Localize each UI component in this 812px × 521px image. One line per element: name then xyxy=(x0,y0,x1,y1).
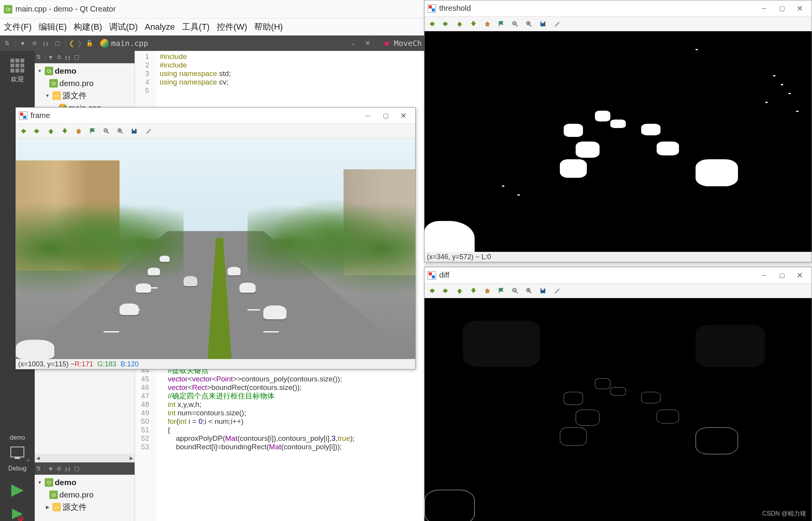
menu-file[interactable]: 文件(F) xyxy=(4,21,32,33)
expand-icon[interactable]: ▢ xyxy=(74,54,79,61)
split-icon[interactable]: ⫿⫿ xyxy=(65,465,71,472)
diff-titlebar[interactable]: diff ─ ▢ ✕ xyxy=(425,267,812,283)
flag-icon[interactable] xyxy=(88,127,97,135)
wand-icon[interactable] xyxy=(553,20,561,28)
maximize-button[interactable]: ▢ xyxy=(773,270,791,281)
menu-analyze[interactable]: Analyze xyxy=(145,22,175,32)
qtcreator-titlebar: Qt main.cpp - demo - Qt Creator xyxy=(0,0,424,19)
open-docs-toolbar: ⇅ ▼ ⊘ ⫿⫿ ▢ xyxy=(35,462,135,475)
minimize-button[interactable]: ─ xyxy=(755,270,773,281)
menu-help[interactable]: 帮助(H) xyxy=(254,21,283,33)
home-icon[interactable] xyxy=(483,287,492,295)
arrow-left-icon[interactable] xyxy=(19,127,27,135)
welcome-mode-icon[interactable] xyxy=(10,59,24,73)
pro-file-2[interactable]: Qt demo.pro xyxy=(35,489,135,501)
debug-run-button[interactable]: ▶ 🐞 xyxy=(12,505,23,521)
save-icon[interactable] xyxy=(539,287,547,295)
sources-folder[interactable]: ▼ c+ 源文件 xyxy=(35,89,135,102)
sort-icon[interactable]: ⇅ xyxy=(36,465,41,472)
minimize-button[interactable]: ─ xyxy=(755,3,773,14)
symbol-name[interactable]: MoveCh xyxy=(394,39,422,48)
menu-edit[interactable]: 编辑(E) xyxy=(39,21,67,33)
menubar[interactable]: 文件(F) 编辑(E) 构建(B) 调试(D) Analyze 工具(T) 控件… xyxy=(0,19,424,35)
arrow-right-icon[interactable] xyxy=(441,287,450,295)
zoom-in-icon[interactable] xyxy=(525,287,533,295)
svg-line-4 xyxy=(530,24,532,26)
filter-icon[interactable]: ▼ xyxy=(48,54,54,61)
close-button[interactable]: ✕ xyxy=(394,110,412,121)
open-file-tab[interactable]: main.cpp xyxy=(111,39,148,48)
split-icon[interactable]: ⫿⫿ xyxy=(41,39,51,48)
qt-project-icon: Qt xyxy=(45,478,53,487)
expand-icon[interactable]: ▢ xyxy=(53,39,62,48)
arrow-down-icon[interactable] xyxy=(469,287,478,295)
pro-file[interactable]: Qt demo.pro xyxy=(35,77,135,89)
sources-folder-2[interactable]: ▶ c+ 源文件 xyxy=(35,501,135,513)
arrow-left-icon[interactable] xyxy=(428,20,436,28)
lock-icon[interactable]: 🔓 xyxy=(85,39,94,48)
menu-widgets[interactable]: 控件(W) xyxy=(217,21,247,33)
tree-scrollbar[interactable]: ◀▶ xyxy=(35,454,135,462)
qtcreator-app-icon: Qt xyxy=(4,5,12,13)
threshold-status: (x=346, y=572) ~ L:0 xyxy=(425,252,812,262)
kit-name[interactable]: demo xyxy=(10,434,25,441)
home-icon[interactable] xyxy=(74,127,83,135)
maximize-button[interactable]: ▢ xyxy=(773,3,791,14)
close-button[interactable]: ✕ xyxy=(791,270,809,281)
filter-icon[interactable]: ▼ xyxy=(48,465,54,472)
diff-image: CSDN @精力猪 xyxy=(425,298,812,521)
flag-icon[interactable] xyxy=(497,287,505,295)
project-root[interactable]: ▼ Qt demo xyxy=(35,65,135,77)
close-tab-icon[interactable]: ✕ xyxy=(365,39,371,47)
home-icon[interactable] xyxy=(483,20,492,28)
sort-icon[interactable]: ⇅ xyxy=(2,39,12,48)
nav-forward-icon[interactable]: ❯ xyxy=(77,39,83,47)
link-icon[interactable]: ⊘ xyxy=(30,39,39,48)
frame-titlebar[interactable]: frame ─ ▢ ✕ xyxy=(16,108,415,124)
arrow-up-icon[interactable] xyxy=(455,287,464,295)
zoom-out-icon[interactable] xyxy=(102,127,111,135)
pro-file-icon: Qt xyxy=(49,491,58,499)
arrow-right-icon[interactable] xyxy=(441,20,450,28)
save-icon[interactable] xyxy=(130,127,138,135)
menu-debug[interactable]: 调试(D) xyxy=(109,21,138,33)
menu-build[interactable]: 构建(B) xyxy=(74,21,102,33)
zoom-out-icon[interactable] xyxy=(511,287,519,295)
close-button[interactable]: ✕ xyxy=(791,3,809,14)
link-icon[interactable]: ⊘ xyxy=(57,465,62,472)
marker-icon: ◆ xyxy=(384,39,389,47)
filter-icon[interactable]: ▼ xyxy=(18,39,27,48)
flag-icon[interactable] xyxy=(497,20,505,28)
nav-back-icon[interactable]: ❮ xyxy=(69,39,74,47)
build-config[interactable]: Debug xyxy=(8,465,26,472)
cv-toolbar xyxy=(16,124,415,138)
maximize-button[interactable]: ▢ xyxy=(377,110,394,121)
minimize-button[interactable]: ─ xyxy=(359,110,377,121)
zoom-out-icon[interactable] xyxy=(511,20,519,28)
threshold-titlebar[interactable]: threshold ─ ▢ ✕ xyxy=(425,0,812,17)
expand-icon[interactable]: ▢ xyxy=(74,465,79,472)
arrow-up-icon[interactable] xyxy=(455,20,464,28)
menu-tools[interactable]: 工具(T) xyxy=(182,21,210,33)
target-selector-icon[interactable] xyxy=(10,447,24,457)
arrow-right-icon[interactable] xyxy=(33,127,41,135)
zoom-in-icon[interactable] xyxy=(525,20,533,28)
sort-icon[interactable]: ⇅ xyxy=(36,54,41,61)
project-root-2[interactable]: ▼ Qt demo xyxy=(35,476,135,489)
arrow-up-icon[interactable] xyxy=(47,127,55,135)
arrow-left-icon[interactable] xyxy=(428,287,436,295)
editor-toolbar: ⇅ ▼ ⊘ ⫿⫿ ▢ ❮ ❯ 🔓 main.cpp ⌄ ✕ ◆ MoveCh xyxy=(0,35,424,51)
qt-project-icon: Qt xyxy=(45,67,53,75)
zoom-in-icon[interactable] xyxy=(116,127,125,135)
wand-icon[interactable] xyxy=(144,127,152,135)
arrow-down-icon[interactable] xyxy=(469,20,478,28)
dropdown-icon[interactable]: ⌄ xyxy=(349,39,358,48)
run-button[interactable]: ▶ xyxy=(11,480,24,499)
split-icon[interactable]: ⫿⫿ xyxy=(65,54,71,61)
frame-image xyxy=(16,138,415,359)
link-icon[interactable]: ⊘ xyxy=(57,54,62,61)
open-docs-tree[interactable]: ▼ Qt demo Qt demo.pro ▶ c+ 源文件 xyxy=(35,475,135,521)
save-icon[interactable] xyxy=(539,20,547,28)
wand-icon[interactable] xyxy=(553,287,561,295)
arrow-down-icon[interactable] xyxy=(61,127,69,135)
